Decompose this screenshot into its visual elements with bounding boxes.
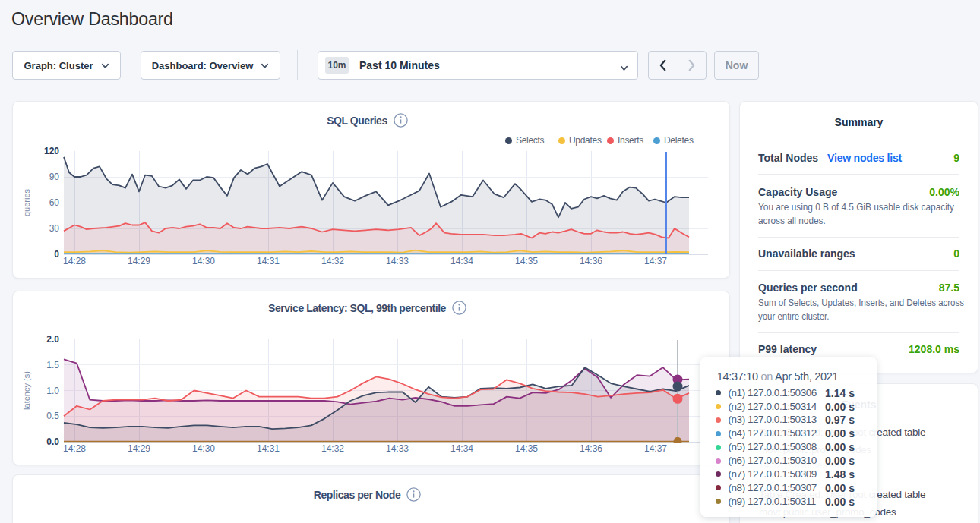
svg-text:14:32: 14:32 (321, 443, 344, 454)
svg-text:1.5: 1.5 (46, 360, 59, 370)
svg-text:14:31: 14:31 (257, 443, 280, 454)
svg-text:14:30: 14:30 (192, 256, 215, 266)
svg-text:queries: queries (22, 188, 31, 216)
svg-text:14:32: 14:32 (321, 256, 344, 266)
svg-text:14:34: 14:34 (450, 256, 473, 266)
svg-text:14:37: 14:37 (644, 256, 667, 266)
svg-text:14:37: 14:37 (644, 443, 667, 454)
svg-text:60: 60 (49, 197, 60, 208)
svg-text:14:34: 14:34 (450, 443, 473, 454)
svg-text:0.0: 0.0 (46, 436, 59, 447)
svg-text:0.5: 0.5 (46, 411, 59, 421)
svg-text:0: 0 (54, 249, 59, 260)
svg-text:1.0: 1.0 (46, 386, 59, 396)
svg-text:14:36: 14:36 (580, 443, 602, 454)
svg-text:14:31: 14:31 (257, 256, 280, 266)
svg-text:90: 90 (49, 172, 60, 182)
svg-text:14:29: 14:29 (128, 443, 150, 454)
svg-text:14:29: 14:29 (128, 256, 150, 266)
svg-text:14:36: 14:36 (580, 256, 602, 266)
svg-text:120: 120 (44, 146, 59, 156)
svg-text:latency (s): latency (s) (22, 371, 31, 410)
svg-text:14:28: 14:28 (63, 256, 86, 266)
svg-text:14:30: 14:30 (192, 443, 215, 454)
svg-text:14:28: 14:28 (63, 443, 86, 454)
svg-text:30: 30 (49, 223, 60, 234)
svg-text:14:35: 14:35 (515, 256, 538, 266)
svg-text:14:35: 14:35 (515, 443, 538, 454)
svg-text:2.0: 2.0 (46, 334, 59, 345)
svg-text:14:33: 14:33 (386, 443, 409, 454)
svg-text:14:33: 14:33 (386, 256, 409, 266)
